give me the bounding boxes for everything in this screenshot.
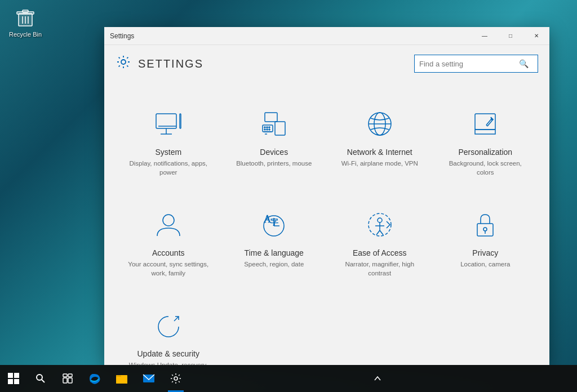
svg-text:字: 字	[270, 217, 278, 226]
taskbar	[0, 365, 577, 392]
minimize-button[interactable]: —	[472, 27, 498, 45]
maximize-button[interactable]: □	[498, 27, 523, 45]
time-icon: A 字	[259, 208, 288, 242]
title-bar: Settings — □ ✕	[104, 27, 549, 45]
time-desc: Speech, region, date	[244, 260, 304, 269]
title-bar-text: Settings	[110, 32, 472, 40]
svg-rect-43	[477, 224, 493, 236]
start-button[interactable]	[0, 365, 27, 392]
svg-rect-54	[116, 377, 127, 384]
settings-item-privacy[interactable]: Privacy Location, camera	[433, 191, 539, 292]
system-desc: Display, notifications, apps, power	[126, 159, 211, 177]
title-bar-controls: — □ ✕	[472, 27, 549, 45]
svg-rect-13	[263, 125, 273, 132]
time-label: Time & language	[245, 248, 304, 257]
privacy-label: Privacy	[472, 248, 498, 257]
privacy-icon	[471, 208, 500, 242]
system-icon	[154, 107, 183, 141]
devices-label: Devices	[260, 148, 288, 157]
taskbar-right	[371, 375, 389, 382]
settings-item-personalization[interactable]: Personalization Background, lock screen,…	[433, 90, 539, 191]
settings-item-time[interactable]: A 字 Time & language Speech, region, date	[221, 191, 327, 292]
taskbar-file-explorer-button[interactable]	[108, 365, 135, 392]
settings-header: SETTINGS 🔍	[104, 45, 549, 79]
system-label: System	[155, 148, 181, 157]
recycle-bin-label: Recycle Bin	[6, 30, 45, 38]
accounts-label: Accounts	[152, 248, 185, 257]
settings-window: Settings — □ ✕ SETTINGS 🔍	[104, 27, 549, 365]
svg-point-20	[264, 129, 265, 130]
devices-desc: Bluetooth, printers, mouse	[236, 159, 312, 168]
svg-rect-27	[475, 130, 495, 134]
svg-point-44	[483, 228, 487, 231]
svg-rect-52	[68, 378, 72, 383]
personalization-icon	[471, 107, 500, 141]
svg-point-56	[174, 377, 177, 380]
svg-point-17	[264, 127, 265, 128]
settings-item-ease[interactable]: Ease of Access Narrator, magnifier, high…	[327, 191, 433, 292]
update-icon	[154, 309, 183, 342]
svg-point-18	[267, 127, 268, 128]
ease-icon	[365, 208, 394, 242]
taskbar-settings-button[interactable]	[162, 365, 189, 392]
svg-rect-12	[265, 113, 277, 122]
settings-search-box[interactable]: 🔍	[414, 55, 538, 73]
svg-point-22	[269, 129, 270, 130]
ease-desc: Narrator, magnifier, high contrast	[338, 260, 422, 278]
svg-rect-2	[23, 10, 28, 12]
network-icon	[365, 107, 394, 141]
settings-item-devices[interactable]: Devices Bluetooth, printers, mouse	[221, 90, 327, 191]
network-label: Network & Internet	[347, 148, 412, 157]
ease-label: Ease of Access	[353, 248, 407, 257]
accounts-desc: Your account, sync settings, work, famil…	[126, 260, 211, 278]
desktop: Recycle Bin Settings — □ ✕ SETTINGS	[0, 0, 577, 392]
settings-content: System Display, notifications, apps, pow…	[104, 79, 549, 365]
svg-line-42	[380, 230, 383, 235]
personalization-desc: Background, lock screen, colors	[443, 159, 527, 177]
svg-point-21	[267, 129, 268, 130]
svg-rect-50	[68, 374, 72, 377]
svg-line-41	[376, 230, 380, 235]
svg-point-31	[163, 215, 174, 226]
settings-item-network[interactable]: Network & Internet Wi-Fi, airplane mode,…	[327, 90, 433, 191]
svg-rect-10	[180, 114, 181, 128]
task-view-button[interactable]	[54, 365, 81, 392]
taskbar-mail-button[interactable]	[135, 365, 162, 392]
settings-title: SETTINGS	[138, 57, 414, 70]
svg-rect-49	[63, 374, 67, 377]
svg-rect-14	[275, 122, 285, 135]
svg-line-48	[42, 380, 45, 382]
svg-line-46	[174, 317, 179, 321]
settings-item-accounts[interactable]: Accounts Your account, sync settings, wo…	[116, 191, 221, 292]
update-desc: Windows Update, recovery, backup	[126, 360, 211, 365]
settings-item-update[interactable]: Update & security Windows Update, recove…	[116, 292, 221, 365]
svg-line-30	[486, 125, 487, 126]
taskbar-edge-button[interactable]	[81, 365, 108, 392]
accounts-icon	[154, 208, 183, 242]
svg-point-19	[269, 127, 270, 128]
personalization-label: Personalization	[458, 148, 512, 157]
svg-point-47	[37, 375, 42, 380]
recycle-bin-icon[interactable]: Recycle Bin	[6, 6, 45, 38]
update-label: Update & security	[137, 349, 200, 358]
privacy-desc: Location, camera	[460, 260, 510, 269]
devices-icon	[259, 107, 288, 141]
settings-search-input[interactable]	[415, 60, 519, 68]
close-button[interactable]: ✕	[523, 27, 549, 45]
search-icon: 🔍	[519, 59, 533, 68]
taskbar-search-button[interactable]	[27, 365, 54, 392]
svg-rect-51	[63, 378, 67, 383]
settings-grid: System Display, notifications, apps, pow…	[104, 84, 549, 365]
svg-point-6	[121, 60, 126, 64]
settings-item-system[interactable]: System Display, notifications, apps, pow…	[116, 90, 221, 191]
network-desc: Wi-Fi, airplane mode, VPN	[341, 159, 418, 168]
settings-gear-icon	[116, 54, 131, 73]
svg-point-38	[378, 218, 382, 222]
svg-rect-26	[475, 114, 495, 130]
